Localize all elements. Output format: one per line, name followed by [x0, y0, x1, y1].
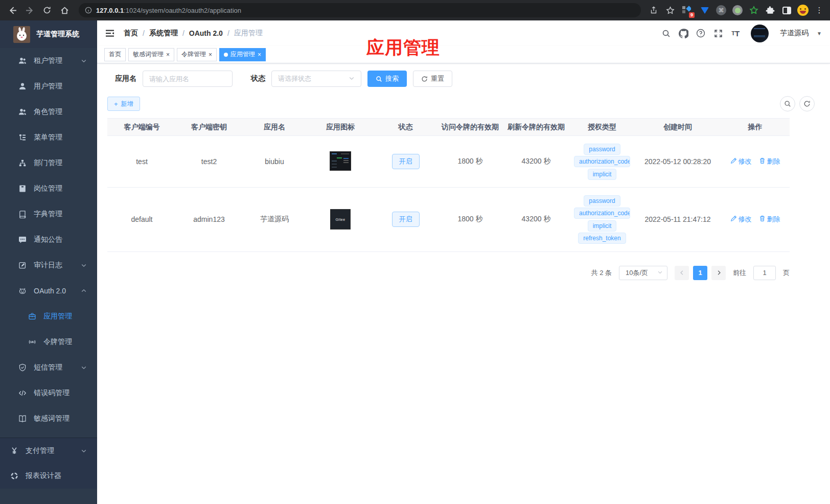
- sidebar-item-report[interactable]: 报表设计器: [0, 463, 97, 489]
- cell-refresh-ttl: 43200 秒: [503, 188, 569, 252]
- edit-link[interactable]: 修改: [730, 215, 752, 224]
- tab-首页[interactable]: 首页: [104, 48, 126, 61]
- applications-table: 客户端编号客户端密钥应用名应用图标状态访问令牌的有效期刷新令牌的有效期授权类型创…: [107, 118, 790, 252]
- tab-令牌管理[interactable]: 令牌管理×: [177, 48, 217, 61]
- sidebar-item-pay[interactable]: 支付管理: [0, 438, 97, 463]
- help-icon[interactable]: [696, 28, 706, 38]
- browser-reload-icon[interactable]: [40, 3, 54, 17]
- sidebar-item-role[interactable]: 角色管理: [0, 99, 97, 125]
- org-icon: [18, 159, 27, 167]
- column-header: 客户端密钥: [176, 119, 242, 136]
- fullscreen-icon[interactable]: [713, 28, 723, 38]
- breadcrumb-item[interactable]: 系统管理: [149, 29, 178, 38]
- star-extension-icon[interactable]: [748, 5, 759, 16]
- browser-home-icon[interactable]: [57, 3, 72, 17]
- sidebar-item-label: 通知公告: [34, 235, 97, 244]
- ring-extension-icon[interactable]: [732, 5, 743, 16]
- url-bar[interactable]: 127.0.0.1:1024/system/oauth2/oauth2/appl…: [79, 3, 641, 17]
- delete-link[interactable]: 删除: [759, 215, 780, 224]
- delete-link[interactable]: 删除: [759, 157, 780, 166]
- sidebar-item-menu[interactable]: 菜单管理: [0, 125, 97, 150]
- close-icon[interactable]: ×: [258, 52, 261, 58]
- browser-forward-icon[interactable]: [22, 3, 37, 17]
- user-icon: [18, 82, 27, 90]
- pen-icon: [730, 157, 737, 166]
- header-search-icon[interactable]: [661, 28, 671, 38]
- bookmark-star-icon[interactable]: [664, 5, 676, 16]
- font-size-icon[interactable]: TT: [730, 28, 741, 38]
- browser-back-icon[interactable]: [5, 3, 19, 17]
- sidebar-item-oauth2[interactable]: OAuth 2.0: [0, 278, 97, 304]
- status-select-placeholder: 请选择状态: [278, 74, 311, 83]
- reset-button[interactable]: 重置: [413, 71, 452, 87]
- breadcrumb-item: 应用管理: [234, 29, 263, 38]
- message-icon: [18, 236, 27, 244]
- status-label: 状态: [251, 74, 265, 83]
- page-number-button[interactable]: 1: [693, 266, 707, 280]
- profile-avatar-icon[interactable]: [797, 5, 809, 16]
- site-info-icon[interactable]: [85, 7, 92, 14]
- close-icon[interactable]: ×: [209, 52, 212, 58]
- user-menu-caret-icon[interactable]: ▼: [817, 31, 822, 36]
- plus-icon: +: [114, 100, 118, 108]
- sidebar-item-audit[interactable]: 审计日志: [0, 253, 97, 278]
- sidebar-item-tenant[interactable]: 租户管理: [0, 48, 97, 74]
- search-button[interactable]: 搜索: [367, 71, 407, 87]
- gem-extension-icon[interactable]: [699, 5, 710, 16]
- sidebar-item-sensitive[interactable]: 敏感词管理: [0, 406, 97, 431]
- sidebar-item-dict[interactable]: 字典管理: [0, 201, 97, 227]
- add-button[interactable]: + 新增: [107, 97, 140, 111]
- next-page-button[interactable]: [711, 266, 726, 280]
- sidebar-item-label: 短信管理: [34, 363, 97, 372]
- refresh-table-button[interactable]: [799, 96, 815, 111]
- sidebar-item-label: 部门管理: [34, 158, 97, 168]
- column-header: 访问令牌的有效期: [437, 119, 503, 136]
- status-select[interactable]: 请选择状态: [271, 71, 361, 87]
- goto-page-input[interactable]: [753, 266, 776, 280]
- browser-menu-icon[interactable]: ⋮: [814, 5, 825, 16]
- sidebar-item-label: 敏感词管理: [34, 414, 97, 423]
- column-header: 应用图标: [307, 119, 374, 136]
- sidebar-item-post[interactable]: 岗位管理: [0, 176, 97, 201]
- sidebar-collapse-icon[interactable]: [104, 28, 116, 39]
- annotation-text: 应用管理: [366, 36, 440, 60]
- split-view-icon[interactable]: [781, 5, 792, 16]
- chevron-down-icon: [81, 262, 87, 268]
- user-avatar[interactable]: [751, 25, 769, 42]
- page-size-select[interactable]: 10条/页: [619, 266, 667, 280]
- app-logo-row[interactable]: 芋道管理系统: [0, 20, 97, 48]
- breadcrumb-item[interactable]: OAuth 2.0: [189, 29, 223, 37]
- close-icon[interactable]: ×: [166, 52, 170, 58]
- sidebar-item-dept[interactable]: 部门管理: [0, 150, 97, 176]
- sidebar-item-user[interactable]: 用户管理: [0, 74, 97, 99]
- breadcrumb-item[interactable]: 首页: [124, 29, 138, 38]
- column-header: 刷新令牌的有效期: [503, 119, 569, 136]
- prev-page-button[interactable]: [675, 266, 689, 280]
- command-extension-icon[interactable]: ⌘: [716, 5, 727, 16]
- app-name-input[interactable]: [143, 71, 233, 87]
- sidebar-item-notice[interactable]: 通知公告: [0, 227, 97, 253]
- goto-label: 前往: [733, 268, 746, 278]
- browser-chrome: 127.0.0.1:1024/system/oauth2/oauth2/appl…: [0, 0, 830, 20]
- sidebar-item-label: 应用管理: [43, 312, 97, 321]
- extension-tiles-icon[interactable]: 9: [681, 5, 692, 16]
- sidebar-item-sms[interactable]: 短信管理: [0, 355, 97, 380]
- grant-type-tag: refresh_token: [578, 233, 626, 244]
- share-icon[interactable]: [648, 5, 659, 16]
- hide-search-button[interactable]: [780, 96, 795, 111]
- github-icon[interactable]: [678, 28, 688, 38]
- sidebar-item-label: 角色管理: [34, 107, 97, 117]
- column-header: 应用名: [242, 119, 307, 136]
- sidebar-item-oauth2-app[interactable]: 应用管理: [0, 304, 97, 329]
- edit-link[interactable]: 修改: [730, 157, 752, 166]
- sidebar-item-errcode[interactable]: 错误码管理: [0, 380, 97, 406]
- tab-label: 应用管理: [230, 50, 255, 59]
- tab-应用管理[interactable]: 应用管理×: [219, 48, 266, 61]
- sidebar-item-oauth2-token[interactable]: 令牌管理: [0, 329, 97, 355]
- app-icon-image: [330, 151, 351, 171]
- tab-敏感词管理[interactable]: 敏感词管理×: [128, 48, 174, 61]
- open-book-icon: [18, 415, 27, 423]
- sidebar-item-label: 岗位管理: [34, 184, 97, 193]
- puzzle-extension-icon[interactable]: [765, 5, 776, 16]
- extension-badge: 9: [689, 12, 695, 18]
